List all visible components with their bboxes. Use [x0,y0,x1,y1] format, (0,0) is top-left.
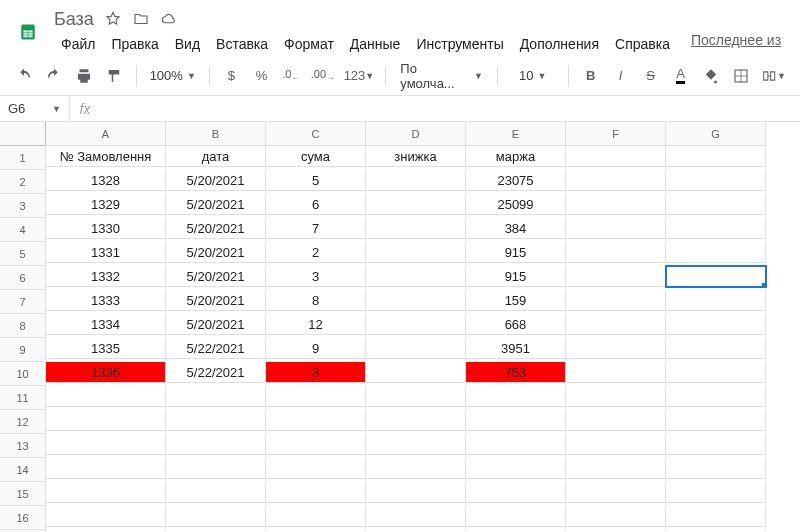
cell[interactable]: 5/20/2021 [166,314,266,335]
row-header[interactable]: 16 [0,506,46,530]
menu-view[interactable]: Вид [168,32,207,56]
cell[interactable] [566,170,666,191]
cell[interactable] [666,290,766,311]
cell[interactable]: 915 [466,266,566,287]
cell[interactable] [566,362,666,383]
cell[interactable] [566,338,666,359]
column-header[interactable]: B [166,122,266,146]
cell[interactable] [366,362,466,383]
cell[interactable] [466,386,566,407]
column-header[interactable]: C [266,122,366,146]
cell[interactable] [666,434,766,455]
cell[interactable]: дата [166,146,266,167]
italic-button[interactable]: I [607,63,635,89]
currency-button[interactable]: $ [217,63,245,89]
cell[interactable] [366,410,466,431]
decrease-decimal-button[interactable]: .0← [277,63,305,89]
cell[interactable] [666,194,766,215]
cell[interactable] [266,458,366,479]
cell[interactable] [266,410,366,431]
cell[interactable]: 25099 [466,194,566,215]
cell[interactable]: 3 [266,266,366,287]
cell[interactable]: № Замовлення [46,146,166,167]
cell[interactable]: 5/20/2021 [166,170,266,191]
column-header[interactable]: A [46,122,166,146]
cell[interactable]: 384 [466,218,566,239]
row-header[interactable]: 11 [0,386,46,410]
menu-tools[interactable]: Инструменты [409,32,510,56]
undo-button[interactable] [10,63,38,89]
cell[interactable] [366,482,466,503]
cell[interactable] [666,146,766,167]
cell[interactable]: 5/20/2021 [166,194,266,215]
cell[interactable] [666,314,766,335]
bold-button[interactable]: B [577,63,605,89]
borders-button[interactable] [727,63,755,89]
cell[interactable] [366,314,466,335]
cell[interactable] [366,242,466,263]
cell[interactable]: 1334 [46,314,166,335]
cell[interactable] [466,434,566,455]
row-header[interactable]: 10 [0,362,46,386]
cell[interactable] [266,482,366,503]
cell[interactable] [566,146,666,167]
cell[interactable]: 5/20/2021 [166,218,266,239]
cell[interactable] [566,410,666,431]
cell[interactable]: 23075 [466,170,566,191]
cell[interactable] [666,386,766,407]
menu-edit[interactable]: Правка [104,32,165,56]
column-header[interactable]: F [566,122,666,146]
cell[interactable]: 1328 [46,170,166,191]
menu-help[interactable]: Справка [608,32,677,56]
row-header[interactable]: 8 [0,314,46,338]
cell[interactable]: 915 [466,242,566,263]
column-header[interactable]: G [666,122,766,146]
menu-file[interactable]: Файл [54,32,102,56]
menu-insert[interactable]: Вставка [209,32,275,56]
menu-addons[interactable]: Дополнения [513,32,606,56]
cell[interactable]: 1331 [46,242,166,263]
cell[interactable]: 1329 [46,194,166,215]
cell[interactable]: 5/20/2021 [166,266,266,287]
cell[interactable]: 1336 [46,362,166,383]
cell[interactable] [566,218,666,239]
cell[interactable] [46,506,166,527]
cell[interactable] [666,482,766,503]
cell[interactable]: знижка [366,146,466,167]
cell[interactable] [366,194,466,215]
cell[interactable] [46,482,166,503]
cell[interactable]: 5/20/2021 [166,290,266,311]
row-header[interactable]: 2 [0,170,46,194]
cell[interactable] [466,482,566,503]
cell[interactable] [166,458,266,479]
row-header[interactable]: 12 [0,410,46,434]
cell[interactable] [566,290,666,311]
cell[interactable] [366,170,466,191]
cell[interactable]: 5/22/2021 [166,338,266,359]
cell[interactable]: 9 [266,338,366,359]
cell[interactable] [46,458,166,479]
percent-button[interactable]: % [247,63,275,89]
cell[interactable] [166,410,266,431]
cell[interactable] [366,338,466,359]
cell[interactable] [666,218,766,239]
cell[interactable] [466,506,566,527]
cloud-status-icon[interactable] [160,10,178,28]
cell[interactable] [666,242,766,263]
row-header[interactable]: 1 [0,146,46,170]
cell[interactable] [566,194,666,215]
cell[interactable] [566,266,666,287]
cell[interactable] [566,506,666,527]
cell[interactable] [366,266,466,287]
font-family-select[interactable]: По умолча...▼ [394,63,489,89]
redo-button[interactable] [40,63,68,89]
cell[interactable]: 1332 [46,266,166,287]
cell[interactable] [166,482,266,503]
paint-format-button[interactable] [100,63,128,89]
cell[interactable] [666,266,766,287]
cell[interactable] [466,410,566,431]
cell[interactable] [46,386,166,407]
document-title[interactable]: База [54,9,94,30]
cell[interactable]: 12 [266,314,366,335]
cell[interactable] [666,362,766,383]
